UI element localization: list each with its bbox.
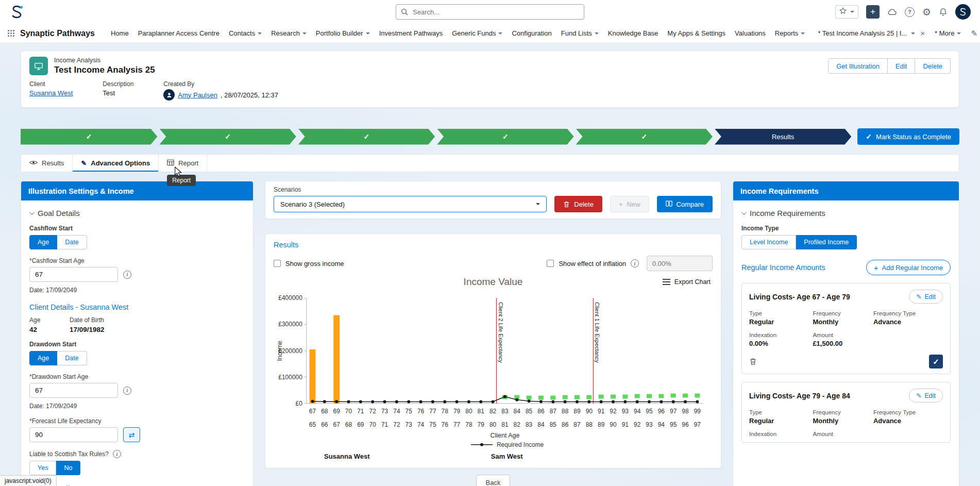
scottish-no-button[interactable]: No	[56, 461, 80, 475]
svg-text:71: 71	[381, 421, 388, 428]
trash-icon[interactable]	[749, 358, 757, 365]
compare-scenarios-button[interactable]: Compare	[657, 196, 713, 212]
record-header: Income Analysis Test Income Analysis 25 …	[21, 51, 959, 108]
cloud-icon[interactable]	[887, 8, 897, 15]
svg-text:71: 71	[357, 408, 364, 415]
creator-link[interactable]: Amy Paulsen	[178, 91, 217, 99]
add-regular-income-button[interactable]: + Add Regular Income	[866, 260, 951, 275]
nav-item-generic-funds[interactable]: Generic Funds	[447, 29, 507, 37]
edit-income-button[interactable]: ✎ Edit	[909, 389, 943, 403]
tab-report[interactable]: Report Report	[159, 155, 207, 172]
svg-text:84: 84	[537, 421, 545, 428]
svg-text:73: 73	[381, 408, 388, 415]
close-tab-icon[interactable]: ×	[920, 29, 925, 38]
nav-item-knowledge-base[interactable]: Knowledge Base	[603, 29, 663, 37]
setup-gear-icon[interactable]: ⚙	[922, 6, 931, 18]
nav-item-valuations[interactable]: Valuations	[730, 29, 770, 37]
path-step-3-complete[interactable]: ✓	[298, 129, 435, 145]
svg-text:93: 93	[646, 421, 653, 428]
recalculate-life-expectancy-button[interactable]: ⇄	[123, 427, 140, 442]
scottish-yes-button[interactable]: Yes	[29, 461, 56, 475]
report-table-icon	[167, 159, 174, 167]
new-scenario-button[interactable]: + New	[610, 196, 649, 212]
svg-text:73: 73	[405, 421, 413, 428]
drawdown-age-toggle-button[interactable]: Age	[29, 351, 57, 365]
chevron-down-icon	[850, 11, 854, 13]
nav-item-contacts[interactable]: Contacts	[224, 29, 266, 37]
app-launcher-icon[interactable]	[7, 29, 15, 37]
inflation-rate-input	[647, 256, 713, 271]
nav-item-home[interactable]: Home	[106, 29, 133, 37]
help-icon[interactable]: ?	[905, 7, 915, 17]
notifications-bell-icon[interactable]	[939, 8, 948, 16]
info-icon[interactable]: i	[123, 271, 131, 279]
svg-text:78: 78	[465, 421, 472, 428]
income-type-label: Income Type	[741, 225, 951, 232]
plus-icon: +	[619, 200, 623, 208]
favorites-button[interactable]	[835, 5, 858, 19]
back-button[interactable]: Back	[476, 475, 511, 486]
svg-text:79: 79	[453, 408, 461, 415]
delete-record-button[interactable]: Delete	[915, 58, 951, 74]
svg-text:68: 68	[345, 421, 352, 428]
nav-item-portfolio-builder[interactable]: Portfolio Builder	[311, 29, 375, 37]
drawdown-date-toggle-button[interactable]: Date	[57, 351, 87, 365]
mark-status-complete-button[interactable]: ✓ Mark Status as Complete	[857, 128, 959, 145]
nav-item-my-apps-settings[interactable]: My Apps & Settings	[663, 29, 730, 37]
path-step-5-complete[interactable]: ✓	[576, 129, 713, 145]
field-value: Regular	[749, 318, 813, 326]
svg-text:87: 87	[573, 421, 581, 428]
search-input[interactable]	[396, 4, 584, 20]
tab-advanced-options[interactable]: ✎ Advanced Options	[73, 155, 159, 172]
info-icon[interactable]: i	[123, 387, 131, 395]
cashflow-age-toggle-button[interactable]: Age	[29, 235, 57, 249]
edit-record-button[interactable]: Edit	[887, 58, 915, 74]
show-inflation-checkbox[interactable]: Show effect of inflation	[547, 260, 626, 267]
profiled-income-button[interactable]: Profiled Income	[796, 235, 857, 249]
cashflow-start-age-input[interactable]	[29, 267, 118, 282]
chevron-down-icon	[801, 32, 805, 35]
path-step-4-complete[interactable]: ✓	[437, 129, 573, 145]
goal-details-section-toggle[interactable]: Goal Details	[29, 209, 245, 217]
user-avatar[interactable]	[955, 4, 971, 20]
show-gross-income-checkbox[interactable]: Show gross income	[274, 260, 344, 267]
info-icon[interactable]: i	[631, 259, 639, 267]
plus-icon: +	[874, 263, 878, 272]
include-income-checkbox[interactable]: ✓	[929, 355, 943, 368]
quick-add-button[interactable]: +	[866, 5, 880, 19]
svg-text:94: 94	[634, 408, 641, 415]
income-requirements-section-toggle[interactable]: Income Requirements	[741, 209, 951, 217]
nav-item-investment-pathways[interactable]: Investment Pathways	[375, 29, 448, 37]
path-step-results-current[interactable]: Results	[715, 129, 851, 145]
scenario-select[interactable]: Scenario 3 (Selected)	[274, 196, 547, 212]
nav-temp-tab-income-analysis[interactable]: * Test Income Analysis 25 | I... ×	[813, 29, 930, 38]
cashflow-date-toggle-button[interactable]: Date	[57, 235, 87, 249]
info-icon[interactable]: i	[113, 450, 121, 458]
svg-text:97: 97	[670, 408, 677, 415]
drawdown-start-age-input[interactable]	[29, 383, 118, 398]
chevron-down-icon	[258, 32, 262, 35]
nav-item-fund-lists[interactable]: Fund Lists	[556, 29, 603, 37]
client1-name: Susanna West	[324, 453, 370, 460]
edit-income-button[interactable]: ✎ Edit	[909, 290, 943, 304]
delete-scenario-button[interactable]: Delete	[554, 196, 602, 212]
path-step-1-complete[interactable]: ✓	[21, 129, 157, 145]
field-label: Type	[749, 409, 813, 415]
edit-navigation-icon[interactable]: ✎	[971, 29, 977, 38]
svg-text:90: 90	[610, 421, 617, 428]
menu-icon	[663, 277, 670, 287]
tab-results[interactable]: Results	[21, 155, 73, 172]
nav-item-research[interactable]: Research	[266, 29, 311, 37]
get-illustration-button[interactable]: Get Illustration	[828, 58, 888, 74]
nav-item-configuration[interactable]: Configuration	[507, 29, 556, 37]
nav-more-menu[interactable]: * More	[930, 29, 966, 37]
nav-item-paraplanner-access-centre[interactable]: Paraplanner Access Centre	[133, 29, 224, 37]
svg-text:84: 84	[514, 408, 521, 415]
export-chart-button[interactable]: Export Chart	[663, 277, 711, 287]
life-expectancy-input[interactable]	[29, 427, 118, 442]
svg-text:81: 81	[501, 421, 509, 428]
client-link[interactable]: Susanna West	[29, 89, 73, 97]
nav-item-reports[interactable]: Reports	[770, 29, 810, 37]
path-step-2-complete[interactable]: ✓	[159, 129, 296, 145]
level-income-button[interactable]: Level Income	[741, 235, 796, 249]
